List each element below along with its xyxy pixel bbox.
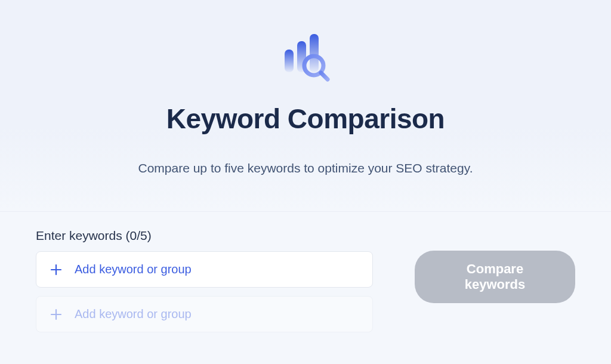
keyword-form-section: Enter keywords (0/5) Add keyword or grou…: [0, 212, 611, 341]
svg-line-4: [321, 73, 328, 79]
svg-rect-2: [310, 34, 319, 72]
svg-rect-0: [285, 50, 294, 72]
submit-column: Compare keywords: [415, 229, 575, 303]
hero-section: Keyword Comparison Compare up to five ke…: [0, 0, 611, 212]
keyword-count-label: Enter keywords (0/5): [36, 229, 373, 243]
compare-keywords-button[interactable]: Compare keywords: [415, 251, 575, 303]
page-title: Keyword Comparison: [0, 103, 611, 135]
keyword-placeholder-text: Add keyword or group: [75, 307, 192, 321]
add-keyword-input-2[interactable]: Add keyword or group: [36, 296, 373, 332]
plus-icon: [50, 308, 63, 321]
plus-icon: [50, 263, 63, 276]
add-keyword-input-1[interactable]: Add keyword or group: [36, 251, 373, 288]
keyword-inputs-column: Enter keywords (0/5) Add keyword or grou…: [36, 229, 373, 341]
keyword-placeholder-text: Add keyword or group: [75, 263, 192, 276]
page-subtitle: Compare up to five keywords to optimize …: [0, 161, 611, 175]
bar-chart-magnifier-icon: [279, 33, 332, 86]
